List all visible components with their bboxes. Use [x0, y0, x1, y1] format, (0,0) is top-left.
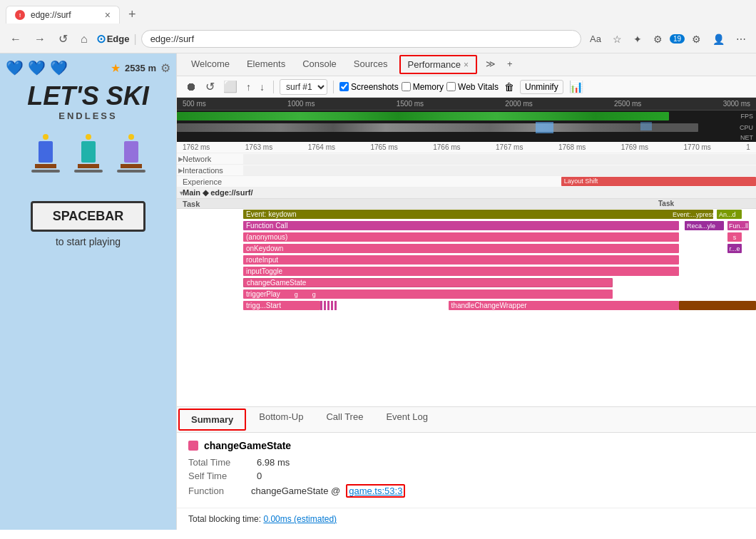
function-call-row: Function Call Reca...yle Fun...ll — [177, 220, 756, 232]
character-1 — [31, 134, 60, 184]
anonymous-bar[interactable]: (anonymous) — [243, 232, 679, 242]
tab-call-tree[interactable]: Call Tree — [315, 407, 374, 432]
network-expand[interactable]: ▶ — [177, 155, 183, 163]
profile-button[interactable]: 👤 — [708, 31, 729, 48]
profile-select[interactable]: surf #1 — [280, 79, 327, 95]
flame-chart-button[interactable]: 📊 — [566, 78, 586, 95]
tab-close-icon[interactable]: × — [105, 9, 111, 21]
self-time-value: 0 — [257, 471, 262, 481]
read-aloud-button[interactable]: Aa — [586, 31, 606, 47]
refresh-record-button[interactable]: ↺ — [203, 78, 218, 95]
web-vitals-checkbox-label[interactable]: Web Vitals — [446, 82, 499, 92]
tab-elements[interactable]: Elements — [238, 54, 294, 75]
summary-panel: changeGameState Total Time 6.98 ms Self … — [177, 433, 756, 508]
screenshots-checkbox-label[interactable]: Screenshots — [339, 82, 399, 92]
nav-actions: Aa ☆ ✦ ⚙ 19 ⚙ 👤 ⋯ — [586, 31, 750, 48]
blocking-time-value: 0.00ms (estimated) — [263, 514, 337, 524]
forward-button[interactable]: → — [30, 30, 50, 48]
settings-button[interactable]: ⚙ — [688, 31, 705, 48]
start-text: to start playing — [56, 236, 121, 247]
change-game-state-row: changeGameState — [177, 277, 756, 289]
game-title: LET'S SKI — [27, 83, 149, 109]
tab-add[interactable]: + — [501, 54, 519, 75]
star-icon: ★ — [111, 61, 121, 75]
screenshots-checkbox[interactable] — [339, 82, 349, 91]
spacebar-box: SPACEBAR — [31, 201, 146, 232]
event-keydown-bar[interactable]: Event: keydown — [243, 210, 679, 219]
collections-button[interactable]: ✦ — [629, 31, 646, 48]
performance-tab-close[interactable]: × — [464, 60, 469, 70]
perf-toolbar: ⏺ ↺ ⬜ ↑ ↓ surf #1 Screenshots Memory Web… — [177, 76, 756, 98]
nav-bar: ← → ↺ ⌂ ⊙ Edge | Aa ☆ ✦ ⚙ 19 ⚙ 👤 ⋯ — [0, 25, 756, 53]
input-toggle-bar[interactable]: inputToggle — [243, 267, 679, 276]
trash-button[interactable]: 🗑 — [501, 80, 517, 94]
flamechart-area: 1762 ms 1763 ms 1764 ms 1765 ms 1766 ms … — [177, 142, 756, 407]
function-call-bar[interactable]: Function Call — [243, 221, 679, 230]
change-game-state-bar[interactable]: changeGameState — [243, 278, 613, 287]
trigger-play-bar[interactable]: triggerPlay g g — [243, 289, 613, 299]
event-keydown-row: Event: keydown Event:...ypress An...d — [177, 209, 756, 220]
favorites-button[interactable]: ☆ — [608, 31, 626, 48]
net-label: NET — [740, 133, 753, 142]
tab-sources[interactable]: Sources — [345, 54, 397, 75]
anonymous-row: (anonymous) s — [177, 232, 756, 243]
memory-checkbox[interactable] — [402, 82, 411, 91]
tab-performance[interactable]: Performance × — [399, 55, 477, 74]
unminify-button[interactable]: Unminify — [520, 80, 563, 94]
layout-shift-bar[interactable]: Layout Shift — [561, 177, 756, 186]
upload-button[interactable]: ↑ — [243, 80, 254, 94]
browser-tab[interactable]: ! edge://surf × — [6, 6, 120, 24]
timeline-ruler: 500 ms 1000 ms 1500 ms 2000 ms 2500 ms 3… — [177, 98, 756, 111]
tab-welcome[interactable]: Welcome — [183, 54, 238, 75]
game-area: 💙 💙 💙 ★ 2535 m ⚙ LET'S SKI ENDLESS — [0, 53, 177, 530]
memory-checkbox-label[interactable]: Memory — [402, 82, 444, 92]
fun-bar[interactable]: Fun...ll — [727, 221, 749, 230]
tab-bottom-up[interactable]: Bottom-Up — [247, 407, 315, 432]
tab-favicon: ! — [15, 10, 25, 20]
heart-1: 💙 — [6, 59, 24, 76]
main-expand[interactable]: ▼ — [177, 190, 183, 197]
edge-divider: | — [133, 33, 136, 46]
clear-button[interactable]: ⬜ — [220, 78, 240, 95]
download-button[interactable]: ↓ — [257, 80, 267, 94]
home-button[interactable]: ⌂ — [76, 30, 92, 48]
total-time-label: Total Time — [188, 457, 245, 468]
web-vitals-checkbox[interactable] — [446, 82, 456, 91]
blocking-time-label: Total blocking time: — [188, 514, 261, 524]
extensions-button[interactable]: ⚙ — [649, 31, 667, 48]
interactions-expand[interactable]: ▶ — [177, 167, 183, 174]
route-input-bar[interactable]: routeInput — [243, 255, 679, 265]
tab-event-log[interactable]: Event Log — [374, 407, 439, 432]
event-keypress-bar[interactable]: Event:...ypress — [670, 210, 713, 219]
new-tab-button[interactable]: + — [123, 4, 142, 25]
total-time-value: 6.98 ms — [257, 457, 290, 468]
and-bar[interactable]: An...d — [717, 210, 742, 219]
cpu-bar: CPU — [177, 122, 756, 133]
recalc-bar[interactable]: Reca...yle — [685, 221, 724, 230]
tab-summary[interactable]: Summary — [178, 409, 246, 431]
trigg-start-bar[interactable]: trigg...Start — [243, 301, 320, 310]
content-area: 💙 💙 💙 ★ 2535 m ⚙ LET'S SKI ENDLESS — [0, 53, 756, 530]
back-button[interactable]: ← — [6, 30, 26, 48]
route-input-row: routeInput — [177, 255, 756, 266]
s-bar[interactable]: s — [727, 232, 742, 242]
tab-console[interactable]: Console — [294, 54, 345, 75]
trigger-play-row: triggerPlay g g — [177, 289, 756, 300]
refresh-button[interactable]: ↺ — [54, 29, 72, 48]
network-row: ▶ Network — [177, 153, 756, 165]
input-toggle-row: inputToggle — [177, 266, 756, 277]
function-link[interactable]: game.ts:53:3 — [346, 484, 405, 498]
tab-more[interactable]: ≫ — [480, 54, 501, 75]
detail-ruler: 1762 ms 1763 ms 1764 ms 1765 ms 1766 ms … — [177, 142, 756, 153]
record-button[interactable]: ⏺ — [183, 79, 200, 95]
settings-gear-icon[interactable]: ⚙ — [160, 61, 170, 75]
re-bar[interactable]: r...e — [727, 244, 742, 253]
address-bar[interactable] — [141, 30, 581, 48]
handle-change-bar[interactable]: thandleChangeWrapper — [449, 301, 680, 310]
task-label-left: Task — [177, 200, 243, 208]
onkeydown-bar[interactable]: onKeydown — [243, 244, 679, 253]
edge-label: Edge — [107, 34, 130, 44]
flamechart-rows: ▶ Network ▶ Interactions Experience — [177, 153, 756, 406]
more-button[interactable]: ⋯ — [732, 31, 750, 48]
game-hud: 💙 💙 💙 ★ 2535 m ⚙ — [6, 59, 170, 76]
